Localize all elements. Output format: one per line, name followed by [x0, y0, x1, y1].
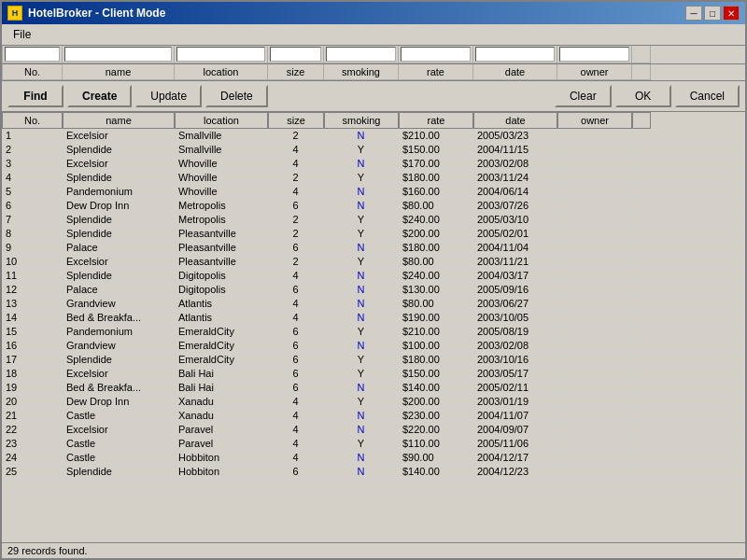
cell-size: 4 — [268, 451, 324, 464]
cell-rate: $180.00 — [399, 241, 473, 254]
cell-rate: $240.00 — [399, 213, 473, 226]
table-row[interactable]: 20 Dew Drop Inn Xanadu 4 Y $200.00 2003/… — [2, 395, 745, 409]
cell-name: Dew Drop Inn — [63, 199, 175, 212]
table-row[interactable]: 13 Grandview Atlantis 4 N $80.00 2003/06… — [2, 297, 745, 311]
maximize-button[interactable]: □ — [704, 6, 721, 21]
th-rate: rate — [399, 112, 473, 129]
cell-location: Digitopolis — [175, 283, 268, 296]
filter-size-input[interactable] — [270, 47, 321, 62]
table-row[interactable]: 11 Splendide Digitopolis 4 N $240.00 200… — [2, 269, 745, 283]
table-row[interactable]: 2 Splendide Smallville 4 Y $150.00 2004/… — [2, 143, 745, 157]
cell-location: Smallville — [175, 143, 268, 156]
table-row[interactable]: 19 Bed & Breakfa... Bali Hai 6 N $140.00… — [2, 381, 745, 395]
cell-size: 2 — [268, 129, 324, 142]
cell-rate: $220.00 — [399, 423, 473, 436]
cell-location: EmeraldCity — [175, 339, 268, 352]
cell-rate: $190.00 — [399, 311, 473, 324]
find-button[interactable]: Find — [7, 85, 63, 107]
cell-size: 4 — [268, 311, 324, 324]
cell-size: 6 — [268, 199, 324, 212]
table-row[interactable]: 25 Splendide Hobbiton 6 N $140.00 2004/1… — [2, 465, 745, 479]
cell-smoking: Y — [324, 353, 399, 366]
filter-location-input[interactable] — [176, 47, 265, 62]
cell-no: 1 — [2, 129, 63, 142]
title-bar-buttons: ─ □ ✕ — [685, 6, 740, 21]
table-row[interactable]: 9 Palace Pleasantville 6 N $180.00 2004/… — [2, 241, 745, 255]
cell-owner — [557, 269, 632, 282]
clear-button[interactable]: Clear — [555, 85, 612, 107]
cell-smoking: N — [324, 241, 399, 254]
close-button[interactable]: ✕ — [723, 6, 740, 21]
filter-name-input[interactable] — [64, 47, 172, 62]
cell-rate: $240.00 — [399, 269, 473, 282]
cell-smoking: N — [324, 465, 399, 478]
table-row[interactable]: 15 Pandemonium EmeraldCity 6 Y $210.00 2… — [2, 325, 745, 339]
create-button[interactable]: Create — [67, 85, 132, 107]
table-row[interactable]: 14 Bed & Breakfa... Atlantis 4 N $190.00… — [2, 311, 745, 325]
cancel-button[interactable]: Cancel — [675, 85, 740, 107]
table-row[interactable]: 10 Excelsior Pleasantville 2 Y $80.00 20… — [2, 255, 745, 269]
cell-date: 2003/05/17 — [473, 367, 557, 380]
table-row[interactable]: 1 Excelsior Smallville 2 N $210.00 2005/… — [2, 129, 745, 143]
cell-smoking: Y — [324, 143, 399, 156]
table-row[interactable]: 23 Castle Paravel 4 Y $110.00 2005/11/06 — [2, 437, 745, 451]
minimize-button[interactable]: ─ — [685, 6, 702, 21]
table-row[interactable]: 5 Pandemonium Whoville 4 N $160.00 2004/… — [2, 185, 745, 199]
table-row[interactable]: 3 Excelsior Whoville 4 N $170.00 2003/02… — [2, 157, 745, 171]
cell-smoking: N — [324, 129, 399, 142]
filter-date-input[interactable] — [475, 47, 555, 62]
filter-owner-input[interactable] — [559, 47, 629, 62]
cell-name: Excelsior — [63, 367, 175, 380]
cell-no: 22 — [2, 423, 63, 436]
cell-smoking: Y — [324, 255, 399, 268]
cell-date: 2004/06/14 — [473, 185, 557, 198]
cell-location: Whoville — [175, 171, 268, 184]
filter-smoking-input[interactable] — [326, 47, 396, 62]
filter-no-input[interactable] — [5, 47, 60, 62]
cell-rate: $210.00 — [399, 325, 473, 338]
cell-owner — [557, 451, 632, 464]
cell-date: 2005/09/16 — [473, 283, 557, 296]
table-row[interactable]: 12 Palace Digitopolis 6 N $130.00 2005/0… — [2, 283, 745, 297]
cell-name: Pandemonium — [63, 325, 175, 338]
th-smoking: smoking — [324, 112, 399, 129]
cell-location: Atlantis — [175, 297, 268, 310]
status-bar: 29 records found. — [2, 542, 745, 558]
cell-size: 4 — [268, 409, 324, 422]
cell-smoking: Y — [324, 437, 399, 450]
table-row[interactable]: 6 Dew Drop Inn Metropolis 6 N $80.00 200… — [2, 199, 745, 213]
filter-rate-input[interactable] — [401, 47, 471, 62]
cell-smoking: N — [324, 157, 399, 170]
table-row[interactable]: 22 Excelsior Paravel 4 N $220.00 2004/09… — [2, 423, 745, 437]
cell-date: 2003/07/26 — [473, 199, 557, 212]
table-row[interactable]: 8 Splendide Pleasantville 2 Y $200.00 20… — [2, 227, 745, 241]
cell-no: 23 — [2, 437, 63, 450]
table-row[interactable]: 7 Splendide Metropolis 2 Y $240.00 2005/… — [2, 213, 745, 227]
ok-button[interactable]: OK — [615, 85, 671, 107]
update-button[interactable]: Update — [135, 85, 202, 107]
col-header-date: date — [473, 64, 557, 80]
cell-name: Splendide — [63, 269, 175, 282]
delete-button[interactable]: Delete — [205, 85, 268, 107]
table-row[interactable]: 4 Splendide Whoville 2 Y $180.00 2003/11… — [2, 171, 745, 185]
cell-date: 2003/10/05 — [473, 311, 557, 324]
table-row[interactable]: 16 Grandview EmeraldCity 6 N $100.00 200… — [2, 339, 745, 353]
table-body[interactable]: 1 Excelsior Smallville 2 N $210.00 2005/… — [2, 129, 745, 542]
cell-size: 2 — [268, 171, 324, 184]
th-owner: owner — [557, 112, 632, 129]
table-row[interactable]: 21 Castle Xanadu 4 N $230.00 2004/11/07 — [2, 409, 745, 423]
filter-scroll-placeholder — [632, 46, 651, 63]
cell-date: 2004/12/23 — [473, 465, 557, 478]
cell-rate: $100.00 — [399, 339, 473, 352]
col-header-location: location — [175, 64, 268, 80]
table-row[interactable]: 17 Splendide EmeraldCity 6 Y $180.00 200… — [2, 353, 745, 367]
cell-name: Palace — [63, 241, 175, 254]
table-row[interactable]: 24 Castle Hobbiton 4 N $90.00 2004/12/17 — [2, 451, 745, 465]
col-header-owner: owner — [557, 64, 632, 80]
cell-smoking: Y — [324, 367, 399, 380]
cell-date: 2004/09/07 — [473, 423, 557, 436]
table-row[interactable]: 18 Excelsior Bali Hai 6 Y $150.00 2003/0… — [2, 367, 745, 381]
menu-file[interactable]: File — [6, 26, 38, 43]
cell-owner — [557, 213, 632, 226]
cell-name: Dew Drop Inn — [63, 395, 175, 408]
